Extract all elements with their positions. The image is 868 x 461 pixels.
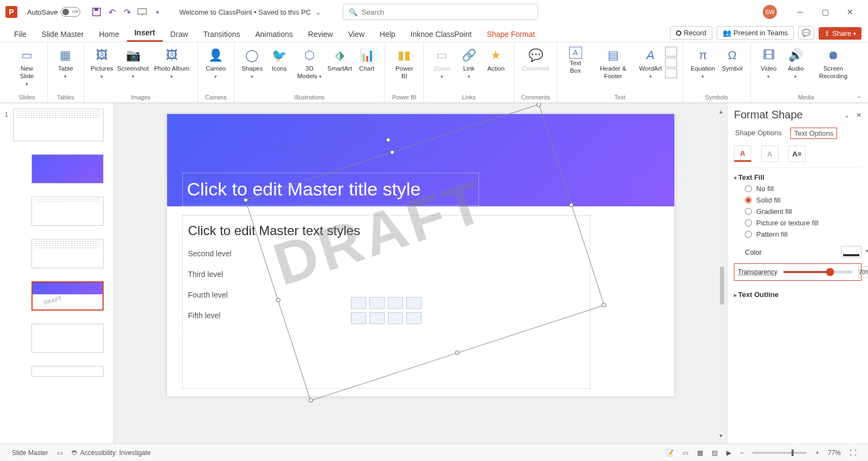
- text-outline-section[interactable]: Text Outline: [734, 291, 861, 299]
- notes-button[interactable]: 📝: [661, 449, 678, 457]
- wordart-button[interactable]: AWordArt▾: [637, 45, 664, 83]
- transparency-value[interactable]: 70%: [858, 266, 868, 278]
- qat-dropdown-icon[interactable]: ▾: [150, 4, 165, 20]
- object-icon[interactable]: [665, 68, 677, 78]
- document-title[interactable]: Welcome to ClassPoint • Saved to this PC…: [179, 8, 321, 16]
- reading-view-icon[interactable]: ▤: [707, 449, 722, 457]
- accessibility-status[interactable]: ⛑Accessibility: Investigate: [67, 449, 155, 457]
- pane-options-icon[interactable]: ⌄: [844, 111, 850, 119]
- ribbon-collapse-icon[interactable]: ⌄: [857, 92, 861, 99]
- icons-button[interactable]: 🐦Icons: [266, 45, 293, 75]
- search-input[interactable]: 🔍: [343, 4, 538, 20]
- shapes-button[interactable]: ◯Shapes▾: [239, 45, 266, 83]
- equation-button[interactable]: πEquation▾: [687, 45, 718, 83]
- powerbi-button[interactable]: ▮▮Power BI: [390, 45, 419, 83]
- user-avatar[interactable]: SW: [763, 5, 777, 19]
- gradient-fill-radio[interactable]: Gradient fill: [745, 207, 861, 216]
- close-button[interactable]: ✕: [838, 0, 863, 24]
- layout-thumbnail-4[interactable]: DRAFT: [31, 281, 104, 311]
- cameo-button[interactable]: 👤Cameo▾: [202, 45, 229, 83]
- tab-shape-format[interactable]: Shape Format: [479, 27, 542, 42]
- photo-album-button[interactable]: 🖼Photo Album ▾: [150, 45, 193, 83]
- layout-thumbnail-1[interactable]: [31, 154, 104, 184]
- slide-editor[interactable]: Click to edit Master title style Click t…: [114, 103, 727, 444]
- color-picker-button[interactable]: ▾: [841, 246, 861, 258]
- display-settings-icon[interactable]: ▭: [53, 449, 67, 457]
- scroll-thumb[interactable]: [720, 267, 724, 305]
- tab-transitions[interactable]: Transitions: [196, 27, 248, 42]
- zoom-out-button[interactable]: −: [736, 449, 748, 457]
- models-button[interactable]: ⬡3D Models ▾: [293, 45, 326, 83]
- smartart-button[interactable]: ⬗SmartArt: [326, 45, 353, 75]
- slide-number-icon[interactable]: [665, 58, 677, 67]
- no-fill-radio[interactable]: No fill: [745, 185, 861, 193]
- fit-to-window-icon[interactable]: ⛶: [845, 449, 860, 457]
- layout-thumbnail-6[interactable]: [31, 366, 104, 377]
- record-button[interactable]: Record: [670, 26, 712, 40]
- tab-animations[interactable]: Animations: [247, 27, 300, 42]
- slide-canvas[interactable]: Click to edit Master title style Click t…: [167, 114, 674, 396]
- comments-toggle[interactable]: 💬: [798, 26, 814, 40]
- layout-thumbnail-2[interactable]: [31, 197, 104, 226]
- screenshot-button[interactable]: 📷Screenshot▾: [116, 45, 151, 83]
- scroll-up-icon[interactable]: ▲: [717, 108, 725, 115]
- undo-icon[interactable]: ↶: [104, 4, 119, 20]
- zoom-in-button[interactable]: +: [811, 449, 824, 457]
- redo-icon[interactable]: ↷: [119, 4, 135, 20]
- maximize-button[interactable]: ▢: [813, 0, 838, 24]
- textbox-props-icon[interactable]: A≡: [788, 146, 806, 162]
- symbol-button[interactable]: ΩSymbol: [718, 45, 745, 75]
- tab-insert[interactable]: Insert: [127, 25, 163, 42]
- normal-view-icon[interactable]: ▭: [678, 449, 693, 457]
- slideshow-view-icon[interactable]: ▶: [722, 449, 736, 457]
- tab-home[interactable]: Home: [91, 27, 126, 42]
- layout-thumbnail-3[interactable]: [31, 239, 104, 268]
- picture-fill-radio[interactable]: Picture or texture fill: [745, 219, 861, 227]
- layout-thumbnail-5[interactable]: [31, 324, 104, 353]
- tab-help[interactable]: Help: [372, 27, 403, 42]
- transparency-slider[interactable]: [783, 271, 853, 273]
- header-footer-button[interactable]: ▤Header & Footer: [589, 45, 637, 83]
- text-options-tab[interactable]: Text Options: [790, 128, 837, 139]
- zoom-slider[interactable]: [752, 452, 807, 454]
- action-button[interactable]: ★Action: [482, 45, 509, 75]
- editor-vertical-scrollbar[interactable]: ▲ ▼: [717, 108, 726, 439]
- search-field[interactable]: [362, 8, 532, 16]
- video-button[interactable]: 🎞Video▾: [755, 45, 782, 83]
- solid-fill-radio[interactable]: Solid fill: [745, 196, 861, 204]
- tab-view[interactable]: View: [341, 27, 372, 42]
- sorter-view-icon[interactable]: ▦: [693, 449, 707, 457]
- text-fill-section[interactable]: Text Fill: [734, 173, 861, 181]
- pane-close-icon[interactable]: ✕: [856, 111, 861, 119]
- chart-button[interactable]: 📊Chart: [353, 45, 380, 75]
- master-thumbnail[interactable]: [13, 109, 104, 141]
- audio-button[interactable]: 🔊Audio▾: [782, 45, 809, 83]
- tab-file[interactable]: File: [7, 27, 34, 42]
- status-mode[interactable]: Slide Master: [8, 449, 53, 457]
- shape-options-tab[interactable]: Shape Options: [734, 128, 783, 139]
- pattern-fill-radio[interactable]: Pattern fill: [745, 230, 861, 238]
- save-icon[interactable]: [89, 4, 104, 20]
- present-from-start-icon[interactable]: [135, 4, 150, 20]
- text-effects-icon[interactable]: A: [761, 146, 778, 162]
- autosave-switch[interactable]: Off: [61, 7, 80, 17]
- text-fill-outline-icon[interactable]: A: [734, 146, 751, 162]
- new-slide-button[interactable]: ▭New Slide▾: [11, 45, 43, 90]
- table-button[interactable]: ▦Table▾: [52, 45, 79, 83]
- date-time-icon[interactable]: [665, 47, 677, 56]
- zoom-level[interactable]: 77%: [824, 449, 845, 457]
- scroll-down-icon[interactable]: ▼: [717, 432, 725, 439]
- tab-draw[interactable]: Draw: [163, 27, 196, 42]
- tab-classpoint[interactable]: Inknoe ClassPoint: [403, 27, 480, 42]
- minimize-button[interactable]: ─: [788, 0, 813, 24]
- textbox-button[interactable]: AText Box: [561, 45, 589, 77]
- screen-recording-button[interactable]: ⏺Screen Recording: [809, 45, 857, 83]
- link-button[interactable]: 🔗Link▾: [455, 45, 482, 83]
- autosave-toggle[interactable]: AutoSave Off: [27, 7, 80, 17]
- tab-slide-master[interactable]: Slide Master: [34, 27, 92, 42]
- chevron-down-icon[interactable]: ⌄: [315, 8, 321, 16]
- share-button[interactable]: ⇪Share▾: [819, 27, 861, 40]
- tab-review[interactable]: Review: [301, 27, 341, 42]
- pictures-button[interactable]: 🖼Pictures▾: [88, 45, 116, 83]
- present-in-teams-button[interactable]: 👥Present in Teams: [717, 26, 794, 40]
